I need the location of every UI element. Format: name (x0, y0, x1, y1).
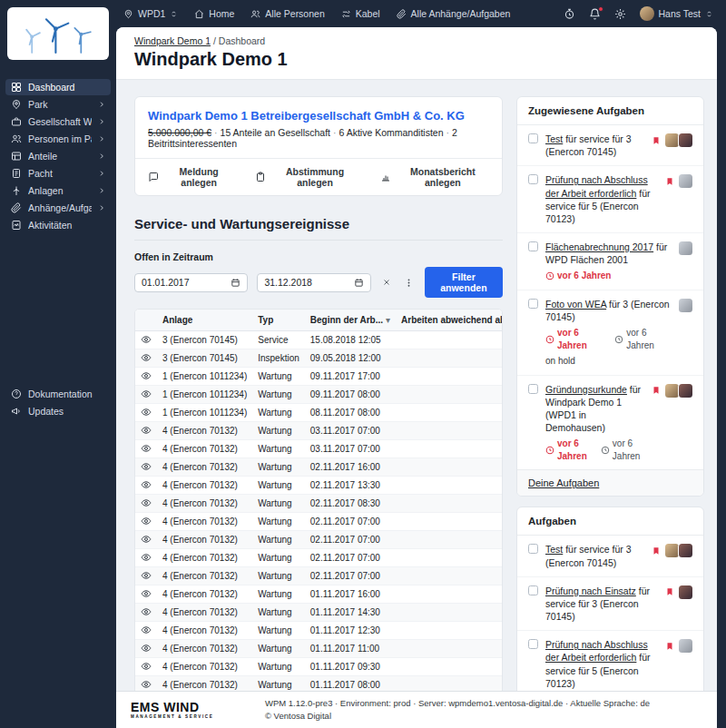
table-row[interactable]: 3 (Enercon 70145) Service 15.08.2018 12:… (135, 331, 503, 349)
nav-item-home[interactable]: Home (194, 8, 234, 19)
table-row[interactable]: 4 (Enercon 70132) Wartung 02.11.2017 16:… (135, 458, 503, 477)
view-row-button[interactable] (141, 534, 152, 545)
filter-more-button[interactable] (402, 276, 416, 290)
sidebar-item-dashboard[interactable]: Dashboard (5, 79, 111, 95)
main-area: WPD1 Home Alle Personen Kabel Alle Anhän… (116, 0, 726, 728)
table-row[interactable]: 4 (Enercon 70132) Wartung 03.11.2017 07:… (135, 440, 503, 458)
task-title: Prüfung nach Einsatz für service für 3 (… (545, 585, 658, 624)
task-checkbox[interactable] (528, 241, 538, 251)
view-row-button[interactable] (141, 643, 152, 654)
task-checkbox[interactable] (528, 133, 538, 143)
table-row[interactable]: 4 (Enercon 70132) Wartung 01.11.2017 08:… (135, 676, 503, 691)
task-checkbox[interactable] (528, 384, 538, 394)
table-row[interactable]: 4 (Enercon 70132) Wartung 02.11.2017 13:… (135, 477, 503, 495)
table-row[interactable]: 1 (Enercon 1011234) Wartung 08.11.2017 0… (135, 404, 503, 422)
view-row-button[interactable] (141, 570, 152, 581)
settings-button[interactable] (614, 8, 626, 20)
view-row-button[interactable] (141, 443, 152, 454)
task-link[interactable]: Prüfung nach Einsatz (545, 585, 636, 596)
filter-apply-button[interactable]: Filter anwenden (425, 267, 503, 298)
table-row[interactable]: 4 (Enercon 70132) Wartung 02.11.2017 07:… (135, 531, 503, 549)
sidebar-item-updates[interactable]: Updates (5, 403, 111, 419)
view-row-button[interactable] (141, 334, 152, 345)
table-row[interactable]: 4 (Enercon 70132) Wartung 02.11.2017 07:… (135, 567, 503, 585)
date-to-value: 31.12.2018 (264, 277, 353, 288)
view-row-button[interactable] (141, 588, 152, 599)
breadcrumb-link-windpark[interactable]: Windpark Demo 1 (134, 35, 211, 46)
table-row[interactable]: 4 (Enercon 70132) Wartung 01.11.2017 12:… (135, 622, 503, 640)
view-row-button[interactable] (141, 370, 152, 381)
view-row-button[interactable] (141, 479, 152, 490)
cell-abgeschlossen (396, 567, 503, 585)
sidebar-item-park[interactable]: Park (5, 96, 111, 113)
clear-dates-button[interactable] (380, 276, 393, 289)
table-row[interactable]: 4 (Enercon 70132) Wartung 02.11.2017 07:… (135, 513, 503, 531)
table-row[interactable]: 4 (Enercon 70132) Wartung 02.11.2017 07:… (135, 549, 503, 567)
column-anlage[interactable]: Anlage (157, 310, 252, 331)
meldung-anlegen-button[interactable]: Meldung anlegen (148, 166, 233, 188)
task-checkbox[interactable] (528, 544, 538, 554)
sidebar-item-anlagen[interactable]: Anlagen (5, 182, 111, 199)
view-row-button[interactable] (141, 461, 152, 472)
sidebar-item-aktivitaeten[interactable]: Aktivitäten (5, 217, 111, 233)
task-checkbox[interactable] (528, 639, 538, 649)
assignee-avatar (665, 544, 679, 557)
view-row-button[interactable] (141, 516, 152, 526)
task-link[interactable]: Prüfung nach Abschluss der Arbeit erford… (545, 639, 648, 663)
table-row[interactable]: 3 (Enercon 70145) Inspektion 09.05.2018 … (135, 349, 503, 368)
view-row-button[interactable] (141, 606, 152, 617)
view-row-button[interactable] (141, 625, 152, 635)
view-row-button[interactable] (141, 389, 152, 399)
user-menu[interactable]: Hans Test (640, 6, 714, 21)
view-row-button[interactable] (141, 425, 152, 436)
sidebar-item-personen[interactable]: Personen im Park (5, 131, 111, 147)
date-from-input[interactable]: 01.01.2017 (134, 273, 248, 292)
deine-aufgaben-link[interactable]: Deine Aufgaben (528, 477, 599, 488)
task-link[interactable]: Prüfung nach Abschluss der Arbeit erford… (545, 174, 648, 198)
task-link[interactable]: Flächenabrechnung 2017 (545, 241, 653, 252)
table-row[interactable]: 4 (Enercon 70132) Wartung 01.11.2017 09:… (135, 658, 503, 676)
app-logo[interactable] (7, 7, 109, 60)
top-navbar: WPD1 Home Alle Personen Kabel Alle Anhän… (116, 0, 717, 27)
cell-typ: Wartung (252, 531, 305, 549)
table-row[interactable]: 4 (Enercon 70132) Wartung 01.11.2017 16:… (135, 585, 503, 604)
table-row[interactable]: 1 (Enercon 1011234) Wartung 09.11.2017 0… (135, 386, 503, 404)
view-row-button[interactable] (141, 552, 152, 563)
monatsbericht-anlegen-button[interactable]: Monatsbericht anlegen (380, 166, 489, 188)
task-checkbox[interactable] (528, 585, 538, 595)
nav-item-kabel[interactable]: Kabel (341, 8, 380, 19)
nav-item-alle-anhaenge[interactable]: Alle Anhänge/Aufgaben (397, 8, 511, 19)
chevron-right-icon (98, 101, 105, 108)
task-link[interactable]: Gründungsurkunde (545, 384, 627, 395)
company-name-link[interactable]: Windpark Demo 1 Betreibergesellschaft Gm… (148, 109, 465, 123)
view-row-button[interactable] (141, 661, 152, 672)
task-link[interactable]: Test (545, 544, 563, 555)
history-button[interactable] (564, 8, 575, 20)
column-beginn[interactable]: Beginn der Arb...▾ (305, 310, 396, 331)
task-checkbox[interactable] (528, 299, 538, 309)
sidebar-item-anhaenge[interactable]: Anhänge/Aufgaben (5, 200, 111, 216)
column-typ[interactable]: Typ (252, 310, 305, 331)
notifications-button[interactable] (589, 8, 601, 20)
nav-item-alle-personen[interactable]: Alle Personen (250, 8, 324, 19)
table-row[interactable]: 4 (Enercon 70132) Wartung 02.11.2017 08:… (135, 495, 503, 513)
view-row-button[interactable] (141, 497, 152, 508)
park-selector[interactable]: WPD1 (123, 8, 178, 19)
task-link[interactable]: Foto von WEA (545, 299, 606, 310)
sidebar-item-dokumentation[interactable]: Dokumentation (5, 386, 111, 402)
task-checkbox[interactable] (528, 174, 538, 184)
sidebar-item-anteile[interactable]: Anteile (5, 148, 111, 164)
table-row[interactable]: 4 (Enercon 70132) Wartung 01.11.2017 14:… (135, 604, 503, 622)
view-row-button[interactable] (141, 679, 152, 690)
table-row[interactable]: 4 (Enercon 70132) Wartung 03.11.2017 07:… (135, 422, 503, 440)
sidebar-item-gesellschaft[interactable]: Gesellschaft WPD1 (5, 113, 111, 130)
sidebar-item-pacht[interactable]: Pacht (5, 165, 111, 182)
table-row[interactable]: 1 (Enercon 1011234) Wartung 09.11.2017 1… (135, 368, 503, 386)
task-link[interactable]: Test (545, 133, 563, 144)
date-to-input[interactable]: 31.12.2018 (257, 273, 370, 292)
abstimmung-anlegen-button[interactable]: Abstimmung anlegen (255, 166, 358, 188)
table-row[interactable]: 4 (Enercon 70132) Wartung 01.11.2017 11:… (135, 640, 503, 658)
column-abgeschlossen[interactable]: Arbeiten abweichend abgeschl... (396, 310, 503, 331)
view-row-button[interactable] (141, 407, 152, 418)
view-row-button[interactable] (141, 352, 152, 363)
